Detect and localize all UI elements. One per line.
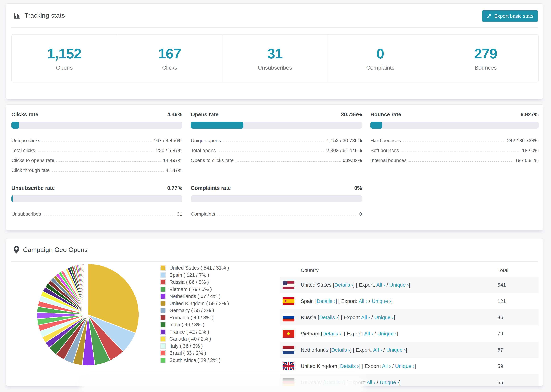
geo-row-text: Vietnam [Details ›] [ Export: All › / Un… (301, 331, 398, 336)
export-unique-link[interactable]: Unique › (380, 379, 399, 385)
rate-progress-bar (370, 122, 538, 129)
country-name: United States (301, 282, 332, 288)
rate-row-label: Soft bounces (370, 147, 399, 154)
geo-table-row: Germany [Details ›] [ Export: All › / Un… (280, 374, 538, 386)
rate-row-label: Click through rate (11, 168, 50, 174)
country-name: Spain (301, 298, 314, 304)
geo-title: Campaign Geo Opens (23, 246, 88, 253)
geo-row-text: Spain [Details ›] [ Export: All › / Uniq… (301, 298, 393, 304)
bracket: ] [ (341, 331, 345, 336)
rate-block: Clicks rate 4.46% Unique clicks 167 / 4.… (11, 112, 182, 174)
export-all-link[interactable]: All › (359, 298, 367, 304)
rate-row: Total opens 2,303 / 61.446% (191, 144, 362, 154)
rate-row-value: 31 (177, 211, 182, 218)
bracket: [ (323, 379, 325, 385)
export-unique-link[interactable]: Unique › (372, 298, 391, 304)
legend-label: Italy ( 36 / 2% ) (170, 343, 203, 349)
geo-row-total: 67 (497, 347, 503, 353)
geo-header: Campaign Geo Opens (11, 238, 538, 262)
stat-label: Bounces (475, 64, 497, 71)
rate-block: Bounce rate 6.927% Hard bounces 242 / 86… (370, 112, 538, 164)
rate-row: Unique opens 1,152 / 30.736% (191, 134, 362, 144)
geo-row-total: 86 (497, 315, 503, 320)
tracking-stats-header: Tracking stats Export basic stats (11, 4, 538, 28)
legend-label: Vietnam ( 79 / 5% ) (170, 287, 212, 292)
rate-row-value: 689.82% (343, 158, 362, 164)
campaign-geo-opens-card: Campaign Geo Opens United States ( 541 /… (6, 238, 543, 386)
export-all-link[interactable]: All › (373, 347, 382, 353)
tracking-stats-card: Tracking stats Export basic stats 1,152 … (6, 3, 543, 99)
rate-row-value: 220 / 5.87% (156, 147, 182, 154)
legend-swatch (160, 350, 166, 356)
export-basic-stats-button[interactable]: Export basic stats (482, 10, 538, 22)
rate-row-label: Unsubscribes (11, 211, 41, 218)
export-all-link[interactable]: All › (361, 315, 370, 320)
slash: / (377, 379, 378, 385)
country-flag-icon (283, 313, 295, 322)
bracket: ] (399, 379, 400, 385)
stat-value: 31 (267, 46, 283, 62)
details-link[interactable]: Details › (317, 298, 335, 304)
dotted-leader (37, 152, 154, 152)
export-unique-link[interactable]: Unique › (389, 282, 409, 288)
details-link[interactable]: Details › (322, 331, 341, 336)
export-all-link[interactable]: All › (382, 363, 391, 369)
bracket: ] [ (353, 282, 357, 288)
details-link[interactable]: Details › (331, 347, 350, 353)
legend-swatch (160, 301, 166, 306)
rate-row: Internal bounces 19 / 6.81% (370, 154, 538, 164)
legend-label: Netherlands ( 67 / 4% ) (170, 294, 220, 299)
bar-chart-icon (14, 12, 21, 19)
stat-cell: 167 Clicks (117, 35, 222, 82)
rate-rows: Complaints 0 (191, 208, 362, 218)
country-name: Vietnam (301, 331, 319, 336)
rate-row-value: 18 / 0% (522, 147, 538, 154)
details-link[interactable]: Details › (319, 315, 338, 320)
rate-row-label: Total clicks (11, 147, 35, 154)
stat-cell: 31 Unsubscribes (222, 35, 327, 82)
legend-item: Canada ( 40 / 2% ) (160, 335, 229, 343)
export-all-link[interactable]: All › (367, 379, 375, 385)
rate-title: Clicks rate (11, 112, 38, 118)
legend-swatch (160, 294, 166, 299)
details-link[interactable]: Details › (340, 363, 359, 369)
details-link[interactable]: Details › (325, 379, 343, 385)
export-icon (487, 14, 492, 19)
rate-row: Soft bounces 18 / 0% (370, 144, 538, 154)
export-unique-link[interactable]: Unique › (395, 363, 414, 369)
stat-label: Unsubscribes (258, 64, 292, 71)
map-pin-icon (14, 246, 19, 254)
legend-item: United States ( 541 / 31% ) (160, 264, 229, 272)
export-unique-link[interactable]: Unique › (386, 347, 406, 353)
legend-item: South Africa ( 29 / 2% ) (160, 357, 229, 364)
rate-row-label: Total opens (191, 147, 216, 154)
legend-label: Brazil ( 33 / 2% ) (170, 350, 206, 356)
stat-value: 1,152 (47, 46, 81, 62)
export-all-link[interactable]: All › (376, 282, 385, 288)
geo-row-text: United Kingdom [Details ›] [ Export: All… (301, 363, 416, 369)
legend-swatch (160, 358, 166, 363)
rate-row: Click through rate 4.147% (11, 164, 182, 174)
rate-rows: Unique clicks 167 / 4.456% Total clicks … (11, 134, 182, 174)
rate-progress-bar (191, 195, 362, 202)
geo-table-body: United States [Details ›] [ Export: All … (280, 277, 538, 386)
country-name: Netherlands (301, 347, 328, 353)
rate-value: 4.46% (167, 112, 182, 118)
export-unique-link[interactable]: Unique › (377, 331, 397, 336)
legend-label: France ( 42 / 2% ) (170, 329, 209, 335)
rate-row-label: Unique clicks (11, 138, 40, 144)
export-all-link[interactable]: All › (364, 331, 373, 336)
rate-row-value: 19 / 6.81% (515, 158, 538, 164)
details-link[interactable]: Details › (334, 282, 353, 288)
slash: / (374, 331, 376, 336)
country-column-header: Country (301, 267, 319, 273)
export-unique-link[interactable]: Unique › (374, 315, 394, 320)
rate-head: Clicks rate 4.46% (11, 112, 182, 119)
rate-row-value: 14.497% (163, 158, 182, 164)
geo-row-total: 541 (497, 282, 506, 288)
export-button-label: Export basic stats (494, 13, 533, 19)
rate-row-label: Hard bounces (370, 138, 401, 144)
rate-row: Unsubscribes 31 (11, 208, 182, 218)
rate-value: 30.736% (341, 112, 362, 118)
geo-row-total: 79 (497, 331, 503, 336)
